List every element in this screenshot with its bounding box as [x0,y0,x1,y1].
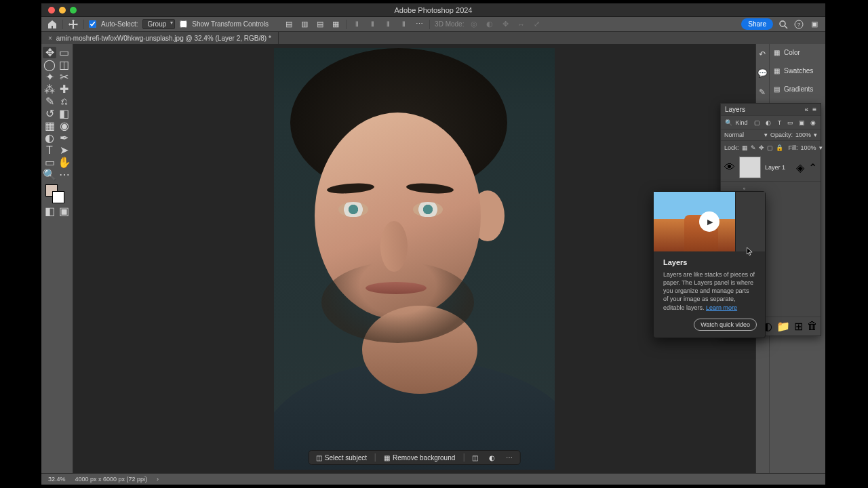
lock-position-icon[interactable]: ✥ [759,143,764,152]
spot-healing-tool[interactable]: ✚ [58,83,71,95]
object-selection-tool[interactable]: ◫ [58,59,71,70]
fill-value[interactable]: 100% [801,144,816,151]
zoom-tool[interactable]: 🔍 [43,169,56,180]
distribute-more-icon[interactable]: ⫴ [398,19,409,30]
layer-name[interactable]: Layer 1 [765,164,785,171]
more-options-icon[interactable]: ⋯ [414,19,425,30]
layer-thumbnail[interactable] [739,157,761,178]
dock-item-gradients[interactable]: ▤Gradients [770,83,825,95]
align-left-icon[interactable]: ▤ [283,19,294,30]
window-zoom-icon[interactable] [70,7,77,14]
delete-layer-icon[interactable]: 🗑 [807,320,818,333]
brush-tool[interactable]: ✎ [43,96,56,107]
status-bar: 32.4% 4000 px x 6000 px (72 ppi) › [41,473,825,485]
tool-palette: ✥ ▭ ◯ ◫ ✦ ✂ ⁂ ✚ ✎ ⎌ ↺ ◧ ▦ ◉ ◐ ✒ T ➤ ▭ ✋ … [41,44,73,473]
distribute-center-icon[interactable]: ⫴ [367,19,378,30]
filter-search-icon[interactable]: 🔍 [724,118,732,127]
remove-background-button[interactable]: ▦Remove background [381,454,458,462]
quick-mask-tool[interactable]: ◧ [43,205,56,217]
filter-type-icon[interactable]: T [775,118,783,127]
blend-mode-dropdown[interactable]: Normal [724,131,762,138]
play-icon[interactable] [699,211,719,232]
status-doc-info[interactable]: 4000 px x 6000 px (72 ppi) [75,476,148,483]
magic-wand-tool[interactable]: ✦ [43,71,56,83]
filter-toggle-icon[interactable]: ◉ [809,118,817,127]
auto-select-checkbox[interactable] [89,20,96,28]
move-tool-icon[interactable] [68,19,79,30]
type-tool[interactable]: T [43,144,56,156]
visibility-icon[interactable]: 👁 [724,161,735,174]
lock-artboard-icon[interactable]: ▢ [767,143,773,152]
gradient-tool[interactable]: ▦ [43,120,56,131]
tooltip-video-thumbnail[interactable] [654,192,765,251]
close-tab-icon[interactable]: × [48,35,52,42]
options-bar: Auto-Select: Group Show Transform Contro… [41,17,825,32]
eraser-tool[interactable]: ◧ [58,108,71,119]
filter-adjust-icon[interactable]: ◐ [764,118,772,127]
status-chevron-icon[interactable]: › [157,476,159,483]
show-transform-checkbox[interactable] [180,20,187,28]
hand-tool[interactable]: ✋ [58,157,71,168]
filter-smart-icon[interactable]: ▣ [797,118,806,127]
window-close-icon[interactable] [48,7,55,14]
document-canvas[interactable] [274,48,555,470]
panel-icon-comments[interactable]: 💬 [756,67,768,79]
select-subject-button[interactable]: ◫Select subject [313,454,370,462]
lasso-tool[interactable]: ◯ [43,59,56,70]
window-minimize-icon[interactable] [59,7,66,14]
align-top-icon[interactable]: ▦ [330,19,341,30]
search-icon[interactable] [778,19,789,30]
transform-icon[interactable]: ◫ [469,454,481,462]
document-tab[interactable]: × amin-moshrefi-twfoxW0hkwg-unsplash.jpg… [41,32,279,44]
share-button[interactable]: Share [741,18,773,30]
home-icon[interactable] [47,19,58,30]
watch-video-button[interactable]: Watch quick video [694,319,757,331]
filter-pixel-icon[interactable]: ▢ [753,118,761,127]
layer-row[interactable]: 👁 Layer 1 ◈ ⌃ [721,154,821,181]
distribute-right-icon[interactable]: ⫴ [382,19,393,30]
learn-more-link[interactable]: Learn more [706,304,737,311]
lock-all-icon[interactable]: 🔒 [776,143,783,152]
status-zoom[interactable]: 32.4% [48,476,66,483]
artboard-tool[interactable]: ▭ [58,47,71,58]
lock-transparency-icon[interactable]: ▦ [742,143,748,152]
fill-label: Fill: [789,144,798,151]
3d-mode-label: 3D Mode: [435,20,464,28]
history-brush-tool[interactable]: ↺ [43,108,56,119]
eyedropper-tool[interactable]: ⁂ [43,83,56,95]
panel-icon-history[interactable]: ↶ [756,48,768,60]
new-layer-icon[interactable]: ⊞ [794,320,803,333]
path-selection-tool[interactable]: ➤ [58,144,71,156]
pen-tool[interactable]: ✒ [58,132,71,144]
crop-tool[interactable]: ✂ [58,71,71,83]
dock-item-swatches[interactable]: ▦Swatches [770,65,825,77]
contextual-task-bar: ◫Select subject ▦Remove background ◫ ◐ ⋯ [309,450,521,465]
panel-menu-icon[interactable]: ≡ [812,106,816,113]
more-actions-icon[interactable]: ⋯ [503,454,515,462]
color-swatch[interactable] [43,184,71,205]
dodge-tool[interactable]: ◐ [43,132,56,144]
chevron-up-icon[interactable]: ⌃ [808,161,817,174]
workspace-icon[interactable]: ▣ [809,19,820,30]
align-right-icon[interactable]: ▤ [315,19,326,30]
move-tool[interactable]: ✥ [43,47,56,58]
panel-icon-brushes[interactable]: ✎ [756,86,768,98]
auto-select-mode-dropdown[interactable]: Group [142,19,175,29]
blur-tool[interactable]: ◉ [58,120,71,131]
align-center-h-icon[interactable]: ▥ [299,19,310,30]
group-icon[interactable]: 📁 [776,320,790,333]
lock-pixels-icon[interactable]: ✎ [751,143,756,152]
opacity-value[interactable]: 100% [795,131,811,138]
distribute-left-icon[interactable]: ⫴ [351,19,362,30]
svg-point-0 [780,21,785,26]
dock-item-color[interactable]: ▦Color [770,47,825,58]
help-icon[interactable]: ? [793,19,804,30]
rectangle-tool[interactable]: ▭ [43,157,56,168]
filter-shape-icon[interactable]: ▭ [787,118,795,127]
edit-toolbar-icon[interactable]: ⋯ [58,169,71,180]
screen-mode-tool[interactable]: ▣ [58,205,71,217]
adjustments-icon[interactable]: ◐ [486,454,498,462]
clone-stamp-tool[interactable]: ⎌ [58,96,71,107]
filter-kind-dropdown[interactable]: Kind [735,119,747,126]
panel-collapse-icon[interactable]: « [805,106,809,113]
